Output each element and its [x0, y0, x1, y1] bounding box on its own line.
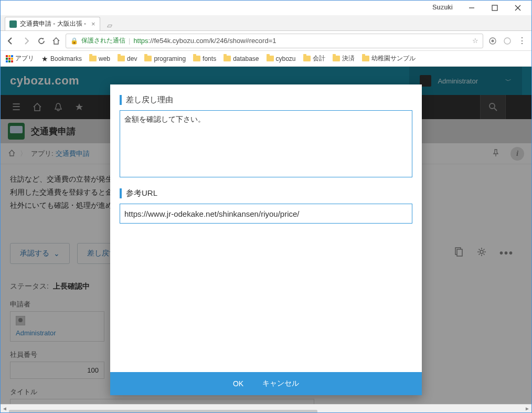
browser-tab-active[interactable]: 交通費申請 - 大阪出張 - × [5, 17, 100, 30]
window-minimize-button[interactable] [460, 1, 483, 15]
bookmark-item[interactable]: dev [118, 55, 137, 62]
cancel-button[interactable]: キャンセル [262, 379, 299, 388]
bookmark-item[interactable]: programing [144, 55, 186, 62]
reason-section-title: 差し戻し理由 [120, 95, 412, 105]
folder-icon [303, 56, 311, 61]
bookmark-label: cybozu [276, 55, 296, 62]
lock-icon: 🔒 [70, 37, 78, 45]
bookmark-item[interactable]: cybozu [267, 55, 296, 62]
browser-tabs: 交通費申請 - 大阪出張 - × ▱ [1, 15, 531, 31]
url-scheme: https [133, 37, 148, 45]
bookmark-item[interactable]: web [89, 55, 110, 62]
home-button[interactable] [51, 36, 61, 46]
svg-point-5 [492, 39, 494, 42]
reference-url-input[interactable] [120, 204, 412, 224]
svg-rect-1 [492, 5, 497, 10]
bookmark-star-icon[interactable]: ☆ [472, 37, 478, 45]
scroll-left-button[interactable]: ◄ [1, 405, 9, 413]
extension-icon-2[interactable] [502, 36, 513, 46]
tab-close-icon[interactable]: × [91, 20, 95, 28]
bookmark-label: fonts [203, 55, 216, 62]
secure-label: 保護された通信 [81, 36, 125, 45]
reason-textarea[interactable] [120, 110, 412, 177]
modal-overlay: 差し戻し理由 参考URL OK キャンセル [1, 67, 531, 412]
browser-toolbar: 🔒 保護された通信 | https://fe54k.cybozu.com/k/2… [1, 31, 531, 51]
url-rest: ://fe54k.cybozu.com/k/246/show#record=1 [148, 37, 276, 45]
folder-icon [362, 56, 369, 61]
window-maximize-button[interactable] [483, 1, 506, 15]
reload-button[interactable] [36, 36, 47, 46]
address-bar[interactable]: 🔒 保護された通信 | https://fe54k.cybozu.com/k/2… [66, 34, 483, 48]
bookmark-item[interactable]: 決済 [333, 54, 355, 63]
dialog-footer: OK キャンセル [110, 372, 422, 395]
extension-icon-1[interactable] [487, 36, 498, 46]
svg-point-6 [504, 38, 510, 44]
os-user-label: Suzuki [432, 4, 453, 11]
apps-grid-icon [6, 55, 13, 62]
horizontal-scrollbar[interactable]: ◄ ► [1, 404, 531, 412]
tab-title: 交通費申請 - 大阪出張 - [20, 19, 86, 28]
bookmark-label: Bookmarks [50, 55, 82, 62]
bookmark-label: programing [154, 55, 186, 62]
folder-icon [144, 56, 152, 61]
bookmark-item[interactable]: 幼稚園サンプル [362, 54, 416, 63]
star-icon: ★ [41, 55, 48, 63]
bookmark-label: database [233, 55, 259, 62]
window-close-button[interactable] [506, 1, 529, 15]
window-titlebar: Suzuki [1, 1, 531, 15]
folder-icon [333, 56, 340, 61]
return-dialog: 差し戻し理由 参考URL OK キャンセル [110, 84, 422, 395]
bookmarks-bar: アプリ ★Bookmarks web dev programing fonts … [1, 51, 531, 67]
ok-button[interactable]: OK [233, 379, 243, 388]
bookmark-label: 決済 [342, 54, 355, 63]
bookmark-item[interactable]: fonts [193, 55, 216, 62]
bookmark-label: dev [127, 55, 137, 62]
bookmarks-apps-label: アプリ [15, 54, 34, 63]
nav-forward-button[interactable] [20, 35, 32, 47]
folder-icon [267, 56, 274, 61]
url-section-title: 参考URL [120, 188, 412, 198]
bookmark-label: 幼稚園サンプル [371, 54, 416, 63]
bookmark-label: 会計 [313, 54, 325, 63]
browser-menu-button[interactable]: ⋮ [517, 36, 527, 46]
folder-icon [193, 56, 200, 61]
bookmarks-apps-button[interactable]: アプリ [6, 54, 34, 63]
scroll-right-button[interactable]: ► [523, 405, 531, 413]
nav-back-button[interactable] [5, 35, 16, 47]
bookmark-label: web [99, 55, 110, 62]
scroll-thumb[interactable] [9, 410, 317, 413]
tab-favicon [9, 20, 17, 28]
bookmark-item[interactable]: 会計 [303, 54, 325, 63]
folder-icon [118, 56, 125, 61]
new-tab-button[interactable]: ▱ [103, 20, 116, 30]
bookmark-item[interactable]: database [224, 55, 259, 62]
bookmark-item[interactable]: ★Bookmarks [41, 55, 82, 63]
folder-icon [224, 56, 231, 61]
folder-icon [89, 56, 97, 61]
